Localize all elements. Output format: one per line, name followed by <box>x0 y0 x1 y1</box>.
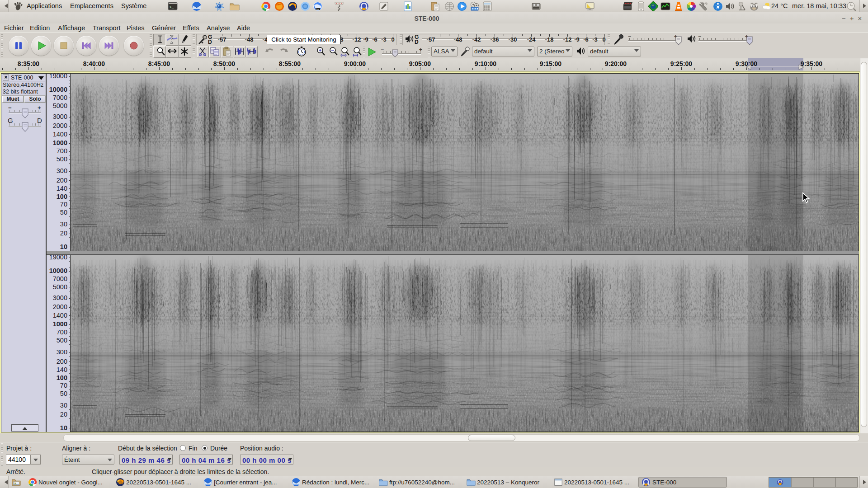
svg-text:Pro: Pro <box>316 8 319 10</box>
svg-text:>_: >_ <box>170 5 174 9</box>
